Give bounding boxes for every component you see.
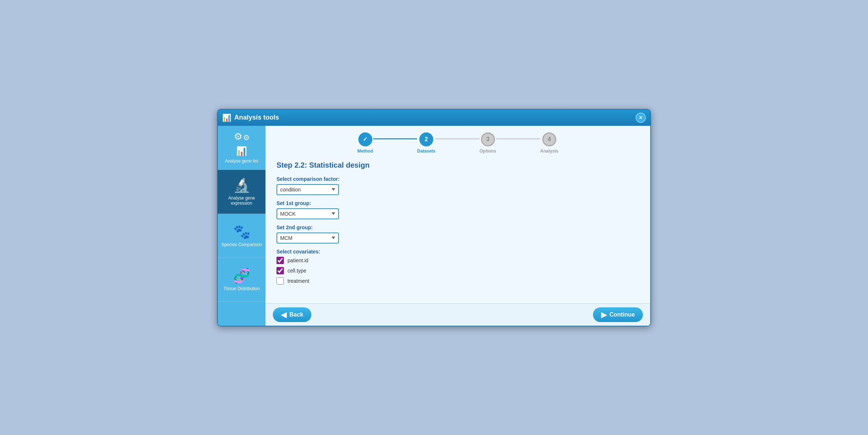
- checkmark-icon: ✓: [363, 136, 368, 143]
- continue-play-icon: ▶: [601, 310, 607, 319]
- connector-1: [373, 138, 417, 139]
- step-label-options: Options: [480, 149, 496, 154]
- covariate-treatment: treatment: [276, 277, 639, 285]
- checkbox-label-cell-type: cell.type: [287, 268, 306, 274]
- covariates-label: Select covariates:: [276, 249, 639, 255]
- group2-label: Set 2nd group:: [276, 224, 639, 230]
- group1-field-group: Set 1st group: MOCK MCM: [276, 200, 639, 219]
- continue-button[interactable]: ▶ Continue: [593, 307, 643, 322]
- gear-icon: ⚙: [234, 131, 242, 142]
- step-method: ✓ Method: [357, 132, 373, 154]
- comparison-factor-select[interactable]: condition treatment cell.type: [276, 184, 339, 195]
- group1-label: Set 1st group:: [276, 200, 639, 206]
- analysis-tools-window: 📊 Analysis tools × ⚙ ⚙ 📊 Analyse gene li…: [217, 109, 651, 326]
- group2-field-group: Set 2nd group: MCM MOCK: [276, 224, 639, 244]
- checkbox-treatment[interactable]: [276, 277, 284, 285]
- step-circle-method: ✓: [358, 132, 372, 146]
- checkbox-patient-id[interactable]: [276, 257, 284, 264]
- checkbox-label-treatment: treatment: [287, 278, 309, 284]
- sidebar-label-gene-expression: Analyse gene expression: [221, 195, 263, 206]
- covariate-cell-type: cell.type: [276, 267, 639, 274]
- step-options: 3 Options: [480, 132, 496, 154]
- sidebar-item-species-comparison[interactable]: 🐾 Species Comparison: [218, 214, 265, 258]
- sidebar-label-tissue: Tissue Distribution: [224, 286, 260, 291]
- checkbox-cell-type[interactable]: [276, 267, 284, 274]
- sidebar: ⚙ ⚙ 📊 Analyse gene list 🔬 Analyse gene e…: [218, 126, 265, 326]
- step-datasets: 2 Datasets: [417, 132, 435, 154]
- titlebar-left: 📊 Analysis tools: [222, 113, 279, 122]
- covariates-section: Select covariates: patient.id cell.type …: [276, 249, 639, 285]
- stepper: ✓ Method 2 Datasets 3 Options: [265, 126, 650, 157]
- step-circle-datasets: 2: [419, 132, 433, 146]
- connector-2: [435, 138, 480, 139]
- sidebar-item-analyse-gene-expression[interactable]: 🔬 Analyse gene expression: [218, 170, 265, 214]
- covariate-patient-id: patient.id: [276, 257, 639, 264]
- comparison-factor-group: Select comparison factor: condition trea…: [276, 176, 639, 195]
- step-circle-options: 3: [481, 132, 495, 146]
- close-button[interactable]: ×: [636, 113, 646, 123]
- step-analysis: 4 Analysis: [540, 132, 558, 154]
- sidebar-item-analyse-gene-list[interactable]: ⚙ ⚙ 📊 Analyse gene list: [218, 126, 265, 170]
- main-panel: ✓ Method 2 Datasets 3 Options: [265, 126, 650, 326]
- back-button[interactable]: ◀ Back: [273, 307, 311, 322]
- checkbox-label-patient-id: patient.id: [287, 257, 308, 263]
- sidebar-label-species: Species Comparison: [221, 242, 262, 247]
- app-icon: 📊: [222, 113, 231, 122]
- step-circle-analysis: 4: [542, 132, 556, 146]
- step-num-datasets: 2: [425, 136, 428, 143]
- comparison-factor-label: Select comparison factor:: [276, 176, 639, 182]
- group2-select[interactable]: MCM MOCK: [276, 233, 339, 244]
- chart-bar-icon: 📊: [236, 146, 247, 156]
- step-label-datasets: Datasets: [417, 149, 435, 154]
- sidebar-item-tissue-distribution[interactable]: 🧬 Tissue Distribution: [218, 258, 265, 302]
- window-title: Analysis tools: [234, 114, 279, 121]
- sidebar-label-gene-list: Analyse gene list: [225, 158, 258, 164]
- step-num-options: 3: [486, 136, 489, 143]
- connector-3: [496, 138, 540, 139]
- step-label-analysis: Analysis: [540, 149, 558, 154]
- step-num-analysis: 4: [548, 136, 551, 143]
- group1-select[interactable]: MOCK MCM: [276, 208, 339, 219]
- form-area: Step 2.2: Statistical design Select comp…: [265, 157, 650, 303]
- back-label: Back: [289, 311, 303, 318]
- back-icon: ◀: [281, 310, 286, 319]
- step-heading: Step 2.2: Statistical design: [276, 161, 639, 169]
- titlebar: 📊 Analysis tools ×: [218, 110, 650, 126]
- tissue-icon: 🧬: [233, 268, 250, 284]
- species-icon: 🐾: [233, 224, 250, 240]
- step-label-method: Method: [357, 149, 373, 154]
- content-area: ⚙ ⚙ 📊 Analyse gene list 🔬 Analyse gene e…: [218, 126, 650, 326]
- footer: ◀ Back ▶ Continue: [265, 303, 650, 326]
- dna-magnify-icon: 🔬: [233, 177, 250, 193]
- gear-icon-2: ⚙: [243, 133, 250, 142]
- continue-label: Continue: [610, 311, 635, 318]
